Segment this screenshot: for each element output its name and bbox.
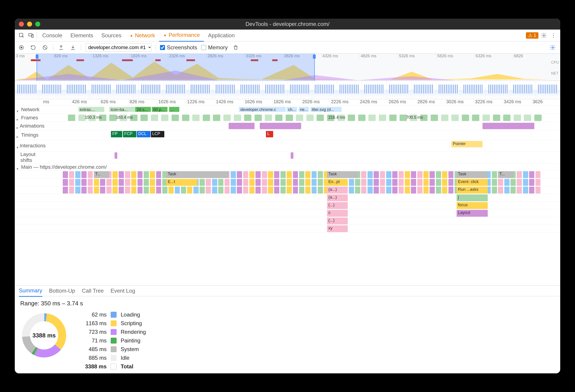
flame-block[interactable]: ch...: [287, 107, 297, 112]
filmstrip-thumb[interactable]: [412, 81, 436, 99]
clear-icon[interactable]: [41, 44, 49, 51]
more-icon[interactable]: ⋮: [549, 31, 557, 40]
memory-checkbox[interactable]: Memory: [201, 44, 228, 51]
flame-block[interactable]: xy: [327, 225, 348, 232]
flame-block[interactable]: Task: [166, 171, 229, 178]
flame-block[interactable]: developer.chrome.c: [239, 107, 286, 112]
filmstrip-thumb[interactable]: [40, 81, 64, 99]
details-tab-summary[interactable]: Summary: [19, 285, 42, 297]
expander-icon[interactable]: [17, 124, 18, 127]
flame-block[interactable]: E...t: [166, 179, 197, 186]
capture-settings-icon[interactable]: [550, 44, 557, 51]
upload-icon[interactable]: [57, 44, 65, 51]
filmstrip-thumb[interactable]: [114, 81, 139, 99]
filmstrip-thumb[interactable]: [362, 81, 386, 99]
animations-lane[interactable]: Animations: [15, 122, 560, 130]
main-thread-header[interactable]: Main — https://developer.chrome.com/: [15, 164, 560, 171]
issues-badge[interactable]: ⚠1: [526, 32, 538, 39]
filmstrip-thumb[interactable]: [89, 81, 114, 99]
flame-block[interactable]: extras....: [78, 107, 104, 112]
tab-console[interactable]: Console: [38, 29, 66, 42]
record-icon[interactable]: [18, 44, 25, 51]
filmstrip-thumb[interactable]: [15, 81, 40, 99]
expander-icon[interactable]: [17, 108, 20, 111]
selection-handle-left[interactable]: [36, 55, 38, 59]
filmstrip[interactable]: [15, 81, 560, 99]
filmstrip-thumb[interactable]: [312, 81, 337, 99]
frame-duration[interactable]: 183.4 ms: [115, 115, 146, 121]
download-icon[interactable]: [69, 44, 77, 51]
selection-handle-right[interactable]: [313, 55, 316, 59]
flame-block[interactable]: Task: [456, 171, 488, 178]
reload-icon[interactable]: [29, 44, 37, 51]
gc-icon[interactable]: [232, 44, 240, 51]
flame-block[interactable]: (...): [327, 218, 348, 224]
filmstrip-thumb[interactable]: [164, 81, 189, 99]
expander-icon[interactable]: [17, 144, 18, 147]
network-lane[interactable]: Network extras....icon-ba...2d.s...60.p.…: [15, 105, 560, 114]
filmstrip-thumb[interactable]: [486, 81, 511, 99]
flame-block[interactable]: itter.svg (d...: [311, 107, 342, 112]
flame-block[interactable]: c: [327, 210, 348, 217]
flame-block[interactable]: icon-ba...: [109, 107, 135, 112]
flame-block[interactable]: FP: [111, 131, 122, 137]
flame-block[interactable]: L: [266, 131, 273, 137]
filmstrip-thumb[interactable]: [386, 81, 411, 99]
flame-block[interactable]: Run ...asks: [456, 187, 488, 194]
tab-performance[interactable]: ▲Performance: [159, 29, 204, 42]
flame-block[interactable]: LCP: [151, 131, 164, 137]
details-tab-call-tree[interactable]: Call Tree: [82, 285, 104, 296]
frame-duration[interactable]: 150.3 ms: [83, 115, 115, 121]
flame-block[interactable]: (a...): [327, 187, 348, 194]
frames-lane[interactable]: Frames 150.3 ms183.4 ms216.4 ms700.5 ms: [15, 114, 560, 122]
flame-block[interactable]: T...: [94, 171, 109, 178]
tab-network[interactable]: ▲Network: [125, 29, 159, 42]
filmstrip-thumb[interactable]: [535, 81, 560, 99]
filmstrip-thumb[interactable]: [213, 81, 238, 99]
flame-block[interactable]: focus: [456, 202, 488, 209]
filmstrip-thumb[interactable]: [288, 81, 312, 99]
filmstrip-thumb[interactable]: [139, 81, 163, 99]
flame-block[interactable]: Ev...pt: [327, 179, 348, 186]
recording-select[interactable]: developer.chrome.com #1: [85, 43, 152, 52]
flame-block[interactable]: 60.p...: [152, 107, 167, 112]
interactions-lane[interactable]: Interactions Pointer: [15, 140, 560, 151]
device-icon[interactable]: [27, 31, 35, 40]
details-tab-event-log[interactable]: Event Log: [110, 285, 135, 296]
flame-block[interactable]: Pointer: [451, 141, 482, 147]
filmstrip-thumb[interactable]: [436, 81, 461, 99]
filmstrip-thumb[interactable]: [64, 81, 89, 99]
flame-block[interactable]: Task: [327, 171, 358, 178]
tab-application[interactable]: Application: [204, 29, 239, 42]
filmstrip-thumb[interactable]: [238, 81, 263, 99]
overview-timeline[interactable]: 3 ms826 ms1326 ms1826 ms2326 ms2826 ms33…: [15, 54, 560, 81]
frame-duration[interactable]: 700.5 ms: [405, 115, 436, 121]
flame-block[interactable]: j: [456, 195, 488, 201]
frame-duration[interactable]: 216.4 ms: [327, 115, 358, 121]
filmstrip-thumb[interactable]: [337, 81, 362, 99]
expander-icon[interactable]: [17, 116, 20, 119]
flame-block[interactable]: ...: [169, 107, 180, 112]
flame-block[interactable]: Event: click: [456, 179, 488, 186]
screenshots-checkbox[interactable]: Screenshots: [160, 44, 197, 51]
flame-block[interactable]: Layout: [456, 210, 488, 217]
inspect-icon[interactable]: [18, 31, 26, 40]
filmstrip-thumb[interactable]: [189, 81, 213, 99]
flame-block[interactable]: (a...): [327, 195, 348, 201]
expander-icon[interactable]: [17, 166, 20, 169]
flame-block[interactable]: 2d.s...: [135, 107, 151, 112]
filmstrip-thumb[interactable]: [263, 81, 288, 99]
flame-block[interactable]: (...): [327, 202, 348, 209]
flame-block[interactable]: T...: [498, 171, 513, 178]
flame-block[interactable]: ne...: [299, 107, 309, 112]
filmstrip-thumb[interactable]: [511, 81, 535, 99]
maximize-icon[interactable]: [35, 22, 40, 26]
flame-block[interactable]: FCP: [123, 131, 136, 137]
close-icon[interactable]: [19, 22, 24, 26]
tab-elements[interactable]: Elements: [66, 29, 97, 42]
details-tab-bottom-up[interactable]: Bottom-Up: [49, 285, 75, 296]
timings-lane[interactable]: Timings FPFCPDCLLCPL: [15, 130, 560, 140]
filmstrip-thumb[interactable]: [461, 81, 486, 99]
flamechart[interactable]: ms426 ms626 ms826 ms1026 ms1226 ms1426 m…: [15, 99, 560, 285]
minimize-icon[interactable]: [27, 22, 32, 26]
